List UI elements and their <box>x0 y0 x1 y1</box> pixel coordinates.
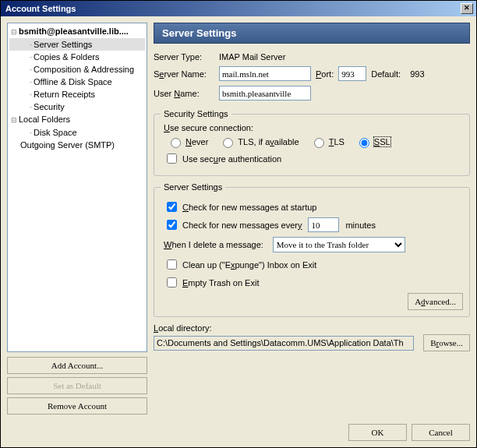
chk-check-startup[interactable] <box>167 202 177 212</box>
titlebar: Account Settings ✕ <box>1 1 476 16</box>
row-delete-action: When I delete a message: Move it to the … <box>164 237 463 252</box>
cancel-button[interactable]: Cancel <box>412 424 470 441</box>
delete-action-select[interactable]: Move it to the Trash folder <box>273 237 405 252</box>
tree-return-receipts[interactable]: ·Return Receipts <box>9 88 145 101</box>
label-empty-trash: Empty Trash on Exit <box>182 278 259 287</box>
tree-local-disk-space[interactable]: ·Disk Space <box>9 126 145 139</box>
label-secure-auth: Use secure authentication <box>182 154 281 164</box>
advanced-button[interactable]: Advanced... <box>408 293 463 310</box>
accounts-tree[interactable]: bsmith@pleasantville.lib.... ·Server Set… <box>7 23 147 352</box>
localdir-value: C:\Documents and Settings\Datacomm.UMS\A… <box>154 336 414 351</box>
value-server-type: IMAP Mail Server <box>219 52 285 62</box>
radio-tls[interactable]: TLS <box>310 136 344 148</box>
account-settings-window: Account Settings ✕ bsmith@pleasantville.… <box>0 0 477 448</box>
tree-outgoing-smtp[interactable]: Outgoing Server (SMTP) <box>9 139 145 151</box>
label-default: Default: <box>371 69 401 79</box>
security-settings-group: Security Settings Use secure connection:… <box>154 109 470 176</box>
browse-button[interactable]: Browse... <box>423 334 470 351</box>
tree-offline-disk[interactable]: ·Offline & Disk Space <box>9 76 145 88</box>
chk-empty-trash[interactable] <box>167 277 177 287</box>
label-delete-action: When I delete a message: <box>164 240 263 249</box>
titlebar-title: Account Settings <box>5 4 76 13</box>
label-expunge: Clean up ("Expunge") Inbox on Exit <box>182 260 316 270</box>
value-default-port: 993 <box>410 69 424 79</box>
server-name-input[interactable] <box>219 66 311 81</box>
content-area: bsmith@pleasantville.lib.... ·Server Set… <box>1 16 476 418</box>
radio-ssl[interactable]: SSL <box>355 136 390 148</box>
label-check-every: Check for new messages every <box>182 220 302 230</box>
label-check-startup: Check for new messages at startup <box>182 203 316 212</box>
check-every-input[interactable] <box>308 217 339 232</box>
close-icon[interactable]: ✕ <box>461 3 473 14</box>
chk-every-row: Check for new messages every minutes <box>164 217 463 232</box>
username-input[interactable] <box>219 86 311 101</box>
security-legend: Security Settings <box>161 109 231 118</box>
label-server-name: Server Name: <box>154 69 214 79</box>
label-minutes: minutes <box>345 220 376 230</box>
radio-never[interactable]: Never <box>167 136 208 148</box>
chk-check-every[interactable] <box>167 220 177 230</box>
tree-account-root[interactable]: bsmith@pleasantville.lib.... <box>9 25 145 38</box>
chk-expunge-row: Clean up ("Expunge") Inbox on Exit <box>164 257 463 272</box>
label-server-type: Server Type: <box>154 52 214 62</box>
tree-security[interactable]: ·Security <box>9 101 145 113</box>
left-column: bsmith@pleasantville.lib.... ·Server Set… <box>7 23 147 414</box>
tree-server-settings[interactable]: ·Server Settings <box>9 38 145 51</box>
port-input[interactable] <box>338 66 366 81</box>
row-username: User Name: <box>154 86 470 101</box>
left-buttons: Add Account... Set as Default Remove Acc… <box>7 357 147 414</box>
tree-copies-folders[interactable]: ·Copies & Folders <box>9 51 145 63</box>
label-localdir: Local directory: <box>154 323 470 333</box>
chk-startup-row: Check for new messages at startup <box>164 199 463 214</box>
set-default-button: Set as Default <box>7 377 147 394</box>
secure-connection-radios: Never TLS, if available TLS SSL <box>167 136 463 148</box>
chk-expunge[interactable] <box>167 259 177 270</box>
dialog-buttons: OK Cancel <box>1 418 476 447</box>
panel-header: Server Settings <box>154 23 470 44</box>
row-server-type: Server Type: IMAP Mail Server <box>154 52 470 62</box>
label-use-secure: Use secure connection: <box>164 123 463 132</box>
ok-button[interactable]: OK <box>348 424 407 441</box>
row-server-name: Server Name: Port: Default: 993 <box>154 66 470 81</box>
label-username: User Name: <box>154 89 214 98</box>
localdir-section: Local directory: C:\Documents and Settin… <box>154 323 470 354</box>
label-port: Port: <box>316 69 334 79</box>
server-settings-group: Server Settings Check for new messages a… <box>154 182 470 317</box>
server-legend: Server Settings <box>161 182 225 192</box>
chk-secure-auth-row: Use secure authentication <box>164 151 463 166</box>
chk-secure-auth[interactable] <box>167 153 177 164</box>
tree-local-folders[interactable]: Local Folders <box>9 113 145 126</box>
tree-composition-addressing[interactable]: ·Composition & Addressing <box>9 63 145 76</box>
chk-empty-trash-row: Empty Trash on Exit <box>164 275 463 290</box>
add-account-button[interactable]: Add Account... <box>7 357 147 374</box>
right-column: Server Settings Server Type: IMAP Mail S… <box>154 23 470 414</box>
radio-tls-if-available[interactable]: TLS, if available <box>219 136 299 148</box>
remove-account-button[interactable]: Remove Account <box>7 397 147 414</box>
